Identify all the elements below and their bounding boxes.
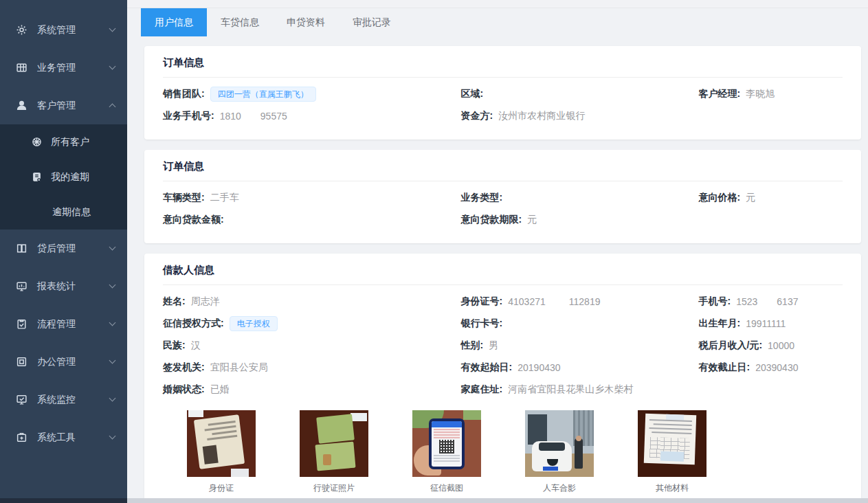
- order-info-card-1: 订单信息 销售团队: 四团一营（直属王鹏飞） 区域: 客户经理: 李晓旭: [144, 46, 861, 139]
- tab-loan-application-docs[interactable]: 申贷资料: [273, 8, 339, 36]
- sidebar-item-system-monitor[interactable]: 系统监控: [0, 381, 127, 418]
- field-label: 区域:: [461, 88, 484, 100]
- main-content: 用户信息 车贷信息 申贷资料 审批记录 订单信息 销售团队: 四团一营（直属王鹏…: [127, 0, 868, 503]
- field-funder: 资金方: 汝州市农村商业银行: [461, 110, 699, 122]
- sidebar-item-overdue-info[interactable]: 逾期信息: [0, 194, 127, 230]
- sidebar-item-label: 我的逾期: [51, 171, 115, 183]
- field-region: 区域:: [461, 88, 699, 100]
- table-surface: [463, 410, 481, 420]
- sidebar-item-post-loan-management[interactable]: 贷后管理: [0, 230, 127, 267]
- paper-sheet: [644, 414, 696, 465]
- sidebar: 系统管理 业务管理 客户管理 所有客户: [0, 0, 127, 498]
- field-value: 已婚: [210, 383, 230, 396]
- field-label: 车辆类型:: [163, 192, 205, 204]
- chevron-down-icon: [109, 433, 116, 440]
- paper-scrap: [660, 451, 684, 462]
- sidebar-item-label: 办公管理: [37, 356, 110, 368]
- handwritten-document-photo-thumbnail[interactable]: [638, 410, 706, 477]
- chevron-down-icon: [109, 25, 116, 32]
- field-value: 10000: [768, 340, 794, 351]
- chevron-down-icon: [109, 282, 116, 289]
- paper-scrap: [231, 469, 249, 477]
- field-label: 银行卡号:: [461, 317, 503, 330]
- card-title: 订单信息: [163, 56, 843, 78]
- field-sales-team: 销售团队: 四团一营（直属王鹏飞）: [163, 87, 461, 102]
- top-divider: [127, 0, 868, 8]
- field-valid-from: 有效起始日: 20190430: [461, 361, 699, 374]
- field-intent-price: 意向价格: 元: [699, 192, 843, 204]
- booklet-page: [315, 442, 355, 471]
- tab-bar: 用户信息 车贷信息 申贷资料 审批记录: [127, 8, 868, 36]
- field-label: 性别:: [461, 339, 484, 352]
- tab-approval-records[interactable]: 审批记录: [339, 8, 405, 36]
- chevron-down-icon: [109, 395, 116, 402]
- person-with-car-photo-thumbnail[interactable]: [525, 410, 594, 477]
- chevron-down-icon: [109, 63, 116, 70]
- sidebar-item-label: 报表统计: [37, 280, 110, 293]
- field-value: 河南省宜阳县花果山乡木柴村: [508, 383, 633, 396]
- card-title: 借款人信息: [163, 264, 843, 285]
- field-vehicle-type: 车辆类型: 二手车: [163, 192, 461, 204]
- booklet-stamp: [323, 454, 331, 465]
- sidebar-item-system-management[interactable]: 系统管理: [0, 11, 127, 49]
- sidebar-item-customer-management[interactable]: 客户管理: [0, 87, 127, 124]
- field-bank-card: 银行卡号:: [461, 317, 699, 330]
- field-value: 汝州市农村商业银行: [498, 110, 585, 122]
- sidebar-item-office-management[interactable]: 办公管理: [0, 343, 127, 381]
- sidebar-item-business-management[interactable]: 业务管理: [0, 49, 127, 87]
- paper-scrap: [188, 410, 203, 417]
- grid-icon: [15, 62, 27, 74]
- tab-user-info[interactable]: 用户信息: [141, 8, 207, 36]
- field-label: 有效截止日:: [699, 361, 750, 374]
- field-label: 出生年月:: [699, 317, 741, 330]
- sidebar-item-label: 所有客户: [51, 136, 115, 148]
- content-area: 订单信息 销售团队: 四团一营（直属王鹏飞） 区域: 客户经理: 李晓旭: [127, 36, 868, 503]
- grille-shape: [547, 459, 558, 466]
- field-value: 男: [489, 339, 498, 352]
- clipboard-icon: [15, 318, 27, 331]
- order-info-card-2: 订单信息 车辆类型: 二手车 业务类型: 意向价格: 元: [144, 150, 861, 243]
- horizontal-scrollbar[interactable]: [127, 498, 868, 503]
- field-label: 身份证号:: [461, 295, 503, 308]
- sidebar-item-all-customers[interactable]: 所有客户: [0, 124, 127, 159]
- sidebar-item-label: 系统管理: [37, 24, 110, 36]
- text-block: [434, 429, 460, 438]
- field-mobile: 手机号: 15236137: [699, 295, 843, 308]
- field-valid-to: 有效截止日: 20390430: [699, 361, 843, 374]
- phone-qr-code-photo-thumbnail[interactable]: [412, 410, 481, 477]
- photo-caption: 人车合影: [525, 482, 594, 494]
- credit-auth-tag[interactable]: 电子授权: [230, 316, 278, 331]
- phone-shape: [429, 418, 465, 469]
- green-booklet-photo-thumbnail[interactable]: [300, 410, 368, 477]
- id-card-shape: [194, 414, 245, 469]
- field-label: 有效起始日:: [461, 361, 513, 374]
- field-value: 元: [746, 192, 755, 204]
- license-plate: [543, 467, 558, 471]
- field-label: 婚姻状态:: [163, 383, 205, 396]
- field-label: 手机号:: [699, 295, 731, 308]
- sidebar-item-process-management[interactable]: 流程管理: [0, 305, 127, 343]
- field-value: 4103271112819: [508, 296, 600, 307]
- photo-item: 人车合影: [525, 410, 594, 494]
- field-label: 意向价格:: [699, 192, 741, 204]
- id-card-photo-thumbnail[interactable]: [187, 410, 256, 477]
- tab-car-loan-info[interactable]: 车贷信息: [207, 8, 273, 36]
- field-intent-loan-amount: 意向贷款金额:: [163, 214, 461, 226]
- redacted-segment: [757, 298, 777, 305]
- sales-team-tag[interactable]: 四团一营（直属王鹏飞）: [210, 87, 316, 102]
- windshield-shape: [539, 443, 565, 451]
- sidebar-item-my-overdue[interactable]: 我的逾期: [0, 159, 127, 194]
- field-business-type: 业务类型:: [461, 192, 699, 204]
- sidebar-item-system-tools[interactable]: 系统工具: [0, 418, 127, 456]
- field-value: 19911111: [746, 318, 786, 329]
- redacted-segment: [546, 298, 569, 305]
- photo-caption: 其他材料: [638, 482, 706, 494]
- field-business-phone: 业务手机号: 181095575: [163, 110, 461, 122]
- field-marital-status: 婚姻状态: 已婚: [163, 383, 461, 396]
- field-income: 税后月收入/元: 10000: [699, 339, 843, 352]
- sidebar-item-label: 逾期信息: [52, 206, 115, 219]
- square-in-square-icon: [15, 356, 27, 368]
- sidebar-item-report-statistics[interactable]: 报表统计: [0, 267, 127, 305]
- monitor-chart-icon: [15, 280, 27, 293]
- sidebar-item-label: 贷后管理: [37, 243, 110, 255]
